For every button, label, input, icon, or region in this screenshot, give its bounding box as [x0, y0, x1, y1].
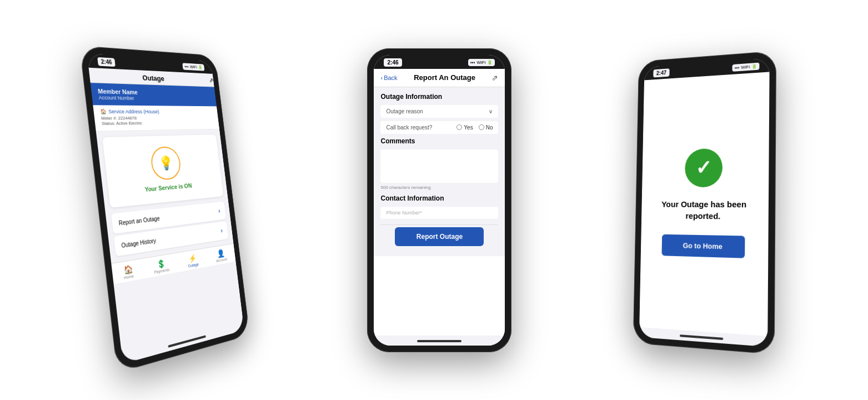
status-bar-2: 2:46 ▪▪▪ WiFi 🔋: [374, 55, 505, 69]
success-screen: ✓ Your Outage has been reported. Go to H…: [639, 72, 769, 336]
address-card: 🏠 Service Address (House) Meter #: 22244…: [93, 105, 220, 132]
callback-radio-group: Yes No: [456, 124, 493, 131]
outage-nav-icon: ⚡: [188, 253, 197, 263]
contact-info-title: Contact Information: [380, 194, 498, 202]
scene: 2:46 ▪▪▪ WiFi 🔋 Outage ⇗: [0, 0, 868, 400]
phone-2-wrapper: 2:46 ▪▪▪ WiFi 🔋 ‹ Back: [367, 48, 511, 352]
comments-textarea[interactable]: [380, 149, 498, 183]
notch-3: [684, 61, 726, 75]
screen2-body: Outage Information Outage reason ∨ Call …: [374, 87, 505, 256]
on-label: ON: [184, 182, 192, 189]
account-card: Member Name Account Number: [91, 83, 217, 106]
checkmark-icon: ✓: [695, 157, 711, 177]
wifi-icon: WiFi: [189, 64, 197, 69]
no-label: No: [486, 124, 493, 131]
nav-home[interactable]: 🏠 Home: [123, 264, 134, 280]
chevron-right-icon-2: ›: [220, 227, 223, 234]
battery-icon-2: 🔋: [487, 60, 493, 65]
phone-1-screen: 2:46 ▪▪▪ WiFi 🔋 Outage ⇗: [87, 53, 244, 363]
phone-2: 2:46 ▪▪▪ WiFi 🔋 ‹ Back: [367, 48, 511, 352]
callback-label: Call back request?: [386, 124, 432, 131]
share-icon[interactable]: ⇗: [209, 77, 214, 84]
service-status-text: Status: Active Electric: [102, 120, 214, 126]
back-button[interactable]: ‹ Back: [380, 74, 397, 81]
home-bar-line-3: [680, 334, 723, 340]
phone-input-placeholder: Phone Number*: [386, 210, 493, 216]
comments-title: Comments: [380, 137, 498, 145]
service-on-text: Your Service is ON: [114, 180, 218, 196]
notch-1: [134, 56, 174, 69]
outage-info-title: Outage Information: [380, 93, 498, 101]
yes-option[interactable]: Yes: [456, 124, 473, 131]
notch-2: [417, 55, 461, 66]
payments-nav-label: Payments: [154, 267, 170, 274]
yes-radio[interactable]: [456, 124, 462, 130]
phone-1: 2:46 ▪▪▪ WiFi 🔋 Outage ⇗: [79, 46, 250, 373]
signal-icon-2: ▪▪▪: [470, 60, 475, 65]
bulb-icon: 💡: [158, 155, 174, 171]
phone-1-content: Outage ⇗ Member Name Account Number 🏠 Se…: [89, 67, 243, 353]
report-outage-button[interactable]: Report Outage: [395, 227, 484, 246]
back-chevron-icon: ‹: [380, 74, 383, 81]
phone-3-screen: 2:47 ▪▪▪ WiFi 🔋 ✓ Your Outage has been r…: [639, 58, 770, 347]
callback-row: Call back request? Yes No: [380, 121, 498, 134]
battery-icon: 🔋: [198, 64, 203, 69]
status-icons-2: ▪▪▪ WiFi 🔋: [468, 59, 495, 66]
wifi-icon-3: WiFi: [741, 64, 750, 69]
home-nav-icon: 🏠: [123, 264, 133, 275]
status-icons-3: ▪▪▪ WiFi 🔋: [732, 62, 759, 71]
nav-account[interactable]: 👤 Account: [215, 248, 227, 262]
phone-1-wrapper: 2:46 ▪▪▪ WiFi 🔋 Outage ⇗: [79, 46, 250, 373]
service-status-card: 💡 Your Service is ON: [102, 134, 223, 207]
yes-label: Yes: [464, 124, 473, 131]
address-text: Service Address (House): [108, 108, 159, 114]
screen1-title: Outage: [142, 73, 165, 82]
divider: [380, 224, 498, 225]
success-circle: ✓: [685, 148, 723, 187]
phone-3: 2:47 ▪▪▪ WiFi 🔋 ✓ Your Outage has been r…: [633, 51, 776, 354]
home-bar-line-2: [417, 340, 461, 342]
home-bar-2: [374, 336, 505, 346]
payments-nav-icon: 💲: [157, 258, 166, 269]
chevron-right-icon: ›: [218, 207, 221, 214]
go-home-button[interactable]: Go to Home: [661, 234, 745, 258]
status-icons-1: ▪▪▪ WiFi 🔋: [183, 63, 205, 71]
share-icon-2[interactable]: ⇗: [491, 73, 498, 82]
phone-2-screen: 2:46 ▪▪▪ WiFi 🔋 ‹ Back: [374, 55, 505, 346]
char-remaining-text: 500 characters remaining: [380, 185, 498, 190]
time-2: 2:46: [384, 58, 402, 67]
report-outage-title: Report An Outage: [398, 73, 492, 82]
house-icon: 🏠: [100, 108, 107, 114]
dropdown-arrow-icon: ∨: [489, 108, 493, 114]
outage-reason-label: Outage reason: [386, 108, 423, 114]
nav-payments[interactable]: 💲 Payments: [153, 258, 170, 274]
phone-number-input[interactable]: Phone Number*: [380, 207, 498, 219]
no-option[interactable]: No: [479, 124, 493, 131]
no-radio[interactable]: [479, 124, 484, 130]
phone-2-content: ‹ Back Report An Outage ⇗ Outage Informa…: [374, 69, 505, 336]
time-1: 2:46: [97, 57, 116, 66]
address-row: 🏠 Service Address (House): [100, 108, 213, 114]
account-nav-icon: 👤: [217, 248, 225, 258]
battery-icon-3: 🔋: [751, 63, 757, 69]
signal-icon: ▪▪▪: [184, 64, 189, 69]
time-3: 2:47: [653, 68, 669, 77]
bulb-circle: 💡: [149, 146, 182, 181]
outage-history-label: Outage History: [121, 237, 156, 248]
outage-reason-row[interactable]: Outage reason ∨: [380, 105, 498, 118]
report-outage-label: Report an Outage: [118, 215, 160, 226]
phone-3-wrapper: 2:47 ▪▪▪ WiFi 🔋 ✓ Your Outage has been r…: [633, 51, 776, 354]
screen2-header: ‹ Back Report An Outage ⇗: [374, 69, 505, 87]
success-message: Your Outage has been reported.: [651, 198, 757, 222]
wifi-icon-2: WiFi: [476, 60, 485, 65]
back-label: Back: [384, 74, 397, 81]
signal-icon-3: ▪▪▪: [735, 65, 739, 70]
nav-outage[interactable]: ⚡ Outage: [187, 253, 199, 268]
